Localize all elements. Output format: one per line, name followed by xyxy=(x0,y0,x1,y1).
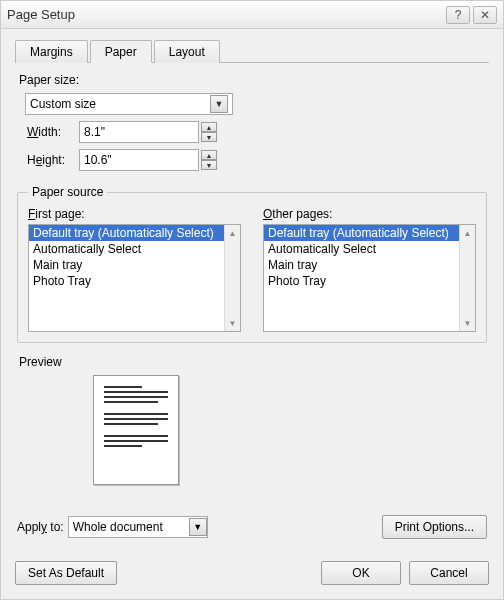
preview-page-icon xyxy=(93,375,179,485)
list-item[interactable]: Photo Tray xyxy=(29,273,224,289)
paper-size-label: Paper size: xyxy=(19,73,487,87)
tab-margins[interactable]: Margins xyxy=(15,40,88,63)
list-item[interactable]: Automatically Select xyxy=(264,241,459,257)
dialog-footer: Set As Default OK Cancel xyxy=(1,551,503,599)
tab-strip: Margins Paper Layout xyxy=(15,39,489,63)
help-button[interactable]: ? xyxy=(446,6,470,24)
list-item[interactable]: Automatically Select xyxy=(29,241,224,257)
scroll-down-icon[interactable]: ▼ xyxy=(460,315,475,331)
spin-down-icon[interactable]: ▼ xyxy=(201,160,217,170)
scrollbar[interactable]: ▲▼ xyxy=(224,225,240,331)
apply-to-label: Apply to: xyxy=(17,520,64,534)
first-page-listbox[interactable]: Default tray (Automatically Select)Autom… xyxy=(28,224,241,332)
scrollbar[interactable]: ▲▼ xyxy=(459,225,475,331)
paper-size-value: Custom size xyxy=(30,97,96,111)
height-input[interactable] xyxy=(79,149,199,171)
spin-up-icon[interactable]: ▲ xyxy=(201,150,217,160)
spin-up-icon[interactable]: ▲ xyxy=(201,122,217,132)
close-button[interactable]: ✕ xyxy=(473,6,497,24)
spin-down-icon[interactable]: ▼ xyxy=(201,132,217,142)
tab-paper[interactable]: Paper xyxy=(90,40,152,63)
width-input[interactable] xyxy=(79,121,199,143)
other-pages-listbox[interactable]: Default tray (Automatically Select)Autom… xyxy=(263,224,476,332)
apply-to-value: Whole document xyxy=(73,520,163,534)
dropdown-button-icon[interactable]: ▼ xyxy=(210,95,228,113)
titlebar: Page Setup ? ✕ xyxy=(1,1,503,29)
scroll-up-icon[interactable]: ▲ xyxy=(460,225,475,241)
dialog-body: Margins Paper Layout Paper size: Custom … xyxy=(1,29,503,551)
width-label: Width: xyxy=(27,125,79,139)
width-spinner[interactable]: ▲ ▼ xyxy=(201,122,217,142)
height-spinner[interactable]: ▲ ▼ xyxy=(201,150,217,170)
page-setup-dialog: Page Setup ? ✕ Margins Paper Layout Pape… xyxy=(0,0,504,600)
paper-source-group: Paper source First page: Default tray (A… xyxy=(17,185,487,343)
list-item[interactable]: Photo Tray xyxy=(264,273,459,289)
apply-to-select[interactable]: Whole document ▼ xyxy=(68,516,208,538)
cancel-button[interactable]: Cancel xyxy=(409,561,489,585)
paper-source-legend: Paper source xyxy=(28,185,107,199)
list-item[interactable]: Main tray xyxy=(29,257,224,273)
list-item[interactable]: Default tray (Automatically Select) xyxy=(29,225,224,241)
height-label: Height: xyxy=(27,153,79,167)
dropdown-button-icon[interactable]: ▼ xyxy=(189,518,207,536)
set-as-default-button[interactable]: Set As Default xyxy=(15,561,117,585)
ok-button[interactable]: OK xyxy=(321,561,401,585)
list-item[interactable]: Main tray xyxy=(264,257,459,273)
window-title: Page Setup xyxy=(7,7,443,22)
tab-layout[interactable]: Layout xyxy=(154,40,220,63)
tab-content-paper: Paper size: Custom size ▼ Width: ▲ ▼ xyxy=(15,63,489,539)
list-item[interactable]: Default tray (Automatically Select) xyxy=(264,225,459,241)
first-page-label: First page: xyxy=(28,207,241,221)
scroll-down-icon[interactable]: ▼ xyxy=(225,315,240,331)
preview-area xyxy=(17,375,487,485)
other-pages-label: Other pages: xyxy=(263,207,476,221)
preview-label: Preview xyxy=(19,355,487,369)
paper-size-select[interactable]: Custom size ▼ xyxy=(25,93,233,115)
scroll-up-icon[interactable]: ▲ xyxy=(225,225,240,241)
print-options-button[interactable]: Print Options... xyxy=(382,515,487,539)
